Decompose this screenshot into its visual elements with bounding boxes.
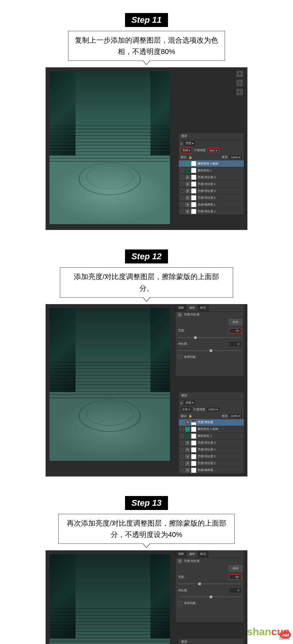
layer-mask-thumb[interactable] — [191, 440, 196, 446]
visibility-eye-icon[interactable] — [180, 427, 184, 431]
brightness-slider[interactable] — [178, 584, 241, 584]
visibility-eye-icon[interactable] — [180, 196, 184, 200]
layer-mask-thumb[interactable] — [191, 175, 196, 180]
visibility-eye-icon[interactable] — [180, 434, 184, 438]
layers-tab[interactable]: 图层 — [179, 392, 190, 399]
styles-tab[interactable]: 样式 — [198, 551, 209, 557]
layer-row[interactable]: 亮度/对比度 3 — [179, 188, 244, 195]
contrast-slider[interactable] — [178, 350, 241, 351]
fill-input[interactable]: 100% ▾ — [230, 414, 242, 418]
kind-select[interactable]: 类型 ▾ — [184, 400, 195, 405]
visibility-eye-icon[interactable] — [180, 175, 184, 179]
visibility-eye-icon[interactable] — [180, 441, 184, 445]
layer-mask-thumb[interactable] — [191, 434, 196, 439]
layer-name[interactable]: 亮度/对比度 4 — [198, 448, 243, 452]
visibility-eye-icon[interactable] — [180, 168, 184, 172]
opacity-input[interactable]: 100% ▾ — [207, 408, 219, 411]
brightness-value[interactable]: -70 — [229, 328, 241, 333]
visibility-eye-icon[interactable] — [180, 455, 184, 459]
layer-mask-thumb[interactable] — [191, 202, 196, 207]
layer-row[interactable]: 色相/饱和度 ... — [179, 467, 244, 474]
layer-row[interactable]: 颜色填充 1 — [179, 433, 244, 440]
layer-mask-thumb[interactable] — [191, 181, 196, 187]
visibility-eye-icon[interactable] — [180, 462, 184, 465]
paragraph-icon[interactable]: ¶ — [236, 89, 243, 95]
layer-row[interactable]: 亮度/对比度 2 — [179, 195, 244, 201]
auto-button[interactable]: 自动 — [229, 319, 242, 325]
legacy-checkbox[interactable] — [178, 601, 182, 605]
visibility-eye-icon[interactable] — [180, 468, 184, 472]
char-icon[interactable]: A — [236, 80, 243, 86]
adjustments-tab[interactable]: 调整 — [175, 304, 187, 311]
layers-tab[interactable]: 图层 — [179, 638, 190, 644]
layer-row[interactable]: 亮度/对比度 4 — [179, 447, 244, 453]
layer-mask-thumb[interactable] — [191, 168, 196, 173]
contrast-value[interactable]: 0 — [230, 588, 241, 593]
layer-row[interactable]: 亮度/对比度 3 — [179, 453, 244, 460]
layer-row[interactable]: 亮度/对比度 1 — [179, 208, 244, 215]
visibility-eye-icon[interactable] — [180, 421, 184, 424]
layer-mask-thumb[interactable] — [191, 468, 196, 473]
layer-name[interactable]: 亮度/对比度 4 — [198, 182, 243, 186]
layer-row[interactable]: 颜色填充 1 — [179, 167, 244, 174]
layer-name[interactable]: 颜色填充 1 — [198, 168, 243, 173]
layer-name[interactable]: 亮度/对比度 3 — [198, 175, 243, 180]
layer-row[interactable]: 亮度/对比度 3 — [179, 174, 244, 181]
layer-row[interactable]: 亮度/对比度 — [179, 419, 244, 426]
visibility-eye-icon[interactable] — [180, 189, 184, 193]
step-label: Step 12 — [125, 249, 168, 263]
properties-tab[interactable]: 属性 — [187, 304, 198, 311]
contrast-value[interactable]: 0 — [230, 342, 241, 346]
blend-mode-select[interactable]: 色相 ▾ — [181, 148, 192, 153]
layer-mask-thumb[interactable] — [191, 427, 196, 432]
visibility-eye-icon[interactable] — [180, 209, 184, 213]
history-icon[interactable]: ⟲ — [236, 71, 243, 77]
layer-name[interactable]: 亮度/对比度 2 — [198, 196, 243, 200]
layer-mask-thumb[interactable] — [191, 161, 196, 166]
layer-name[interactable]: 颜色填充 1 副本 — [198, 427, 243, 431]
layer-mask-thumb[interactable] — [191, 447, 196, 452]
contrast-slider[interactable] — [178, 597, 241, 597]
layer-name[interactable]: 亮度/对比度 — [198, 420, 243, 424]
legacy-checkbox[interactable] — [178, 355, 182, 359]
blend-mode-select[interactable]: 正常 ▾ — [181, 407, 191, 412]
layers-panel: 图层 ρ 类型 ▾ 正常 ▾ 不透明度 100% ▾ 锁定 🔒 填充 100% … — [178, 392, 244, 474]
lock-label: 锁定 — [181, 414, 187, 418]
layer-row[interactable]: 颜色填充 1 副本 — [179, 160, 244, 167]
properties-tab[interactable]: 属性 — [187, 551, 198, 557]
layer-mask-thumb[interactable] — [191, 195, 196, 200]
layer-row[interactable]: 亮度/对比度 2 — [179, 460, 244, 467]
adjustments-tab[interactable]: 调整 — [175, 551, 187, 557]
layer-row[interactable]: 亮度/对比度 3 — [179, 440, 244, 447]
layer-name[interactable]: 色相/饱和度 ... — [198, 468, 243, 472]
visibility-eye-icon[interactable] — [180, 182, 184, 186]
layers-tab[interactable]: 图层 — [179, 133, 190, 140]
kind-select[interactable]: 类型 ▾ — [184, 141, 195, 146]
layer-name[interactable]: 颜色填充 1 — [198, 434, 243, 438]
auto-button[interactable]: 自动 — [229, 565, 242, 571]
fill-input[interactable]: 100% ▾ — [230, 155, 242, 159]
layer-row[interactable]: 色相/饱和度 1 — [179, 201, 244, 208]
layer-name[interactable]: 亮度/对比度 1 — [198, 209, 243, 214]
layer-name[interactable]: 颜色填充 1 副本 — [198, 162, 243, 166]
layer-mask-thumb[interactable] — [191, 461, 196, 466]
styles-tab[interactable]: 样式 — [198, 304, 209, 311]
brightness-value[interactable]: -50 — [229, 574, 241, 580]
opacity-input[interactable]: 80% ▾ — [208, 148, 219, 153]
layer-row[interactable]: 颜色填充 1 副本 — [179, 426, 244, 433]
layer-thumb-icon — [185, 448, 190, 452]
layer-name[interactable]: 亮度/对比度 3 — [198, 189, 243, 193]
visibility-eye-icon[interactable] — [180, 448, 184, 452]
layer-name[interactable]: 色相/饱和度 1 — [198, 203, 243, 207]
layer-name[interactable]: 亮度/对比度 2 — [198, 461, 243, 465]
brightness-slider[interactable] — [178, 337, 241, 338]
layer-name[interactable]: 亮度/对比度 3 — [198, 441, 243, 445]
layer-mask-thumb[interactable] — [191, 209, 196, 214]
layer-mask-thumb[interactable] — [191, 454, 196, 459]
layer-row[interactable]: 亮度/对比度 4 — [179, 181, 244, 188]
layer-mask-thumb[interactable] — [191, 188, 196, 194]
visibility-eye-icon[interactable] — [180, 162, 184, 166]
layer-mask-thumb[interactable] — [191, 420, 196, 425]
layer-name[interactable]: 亮度/对比度 3 — [198, 454, 243, 459]
visibility-eye-icon[interactable] — [180, 203, 184, 207]
